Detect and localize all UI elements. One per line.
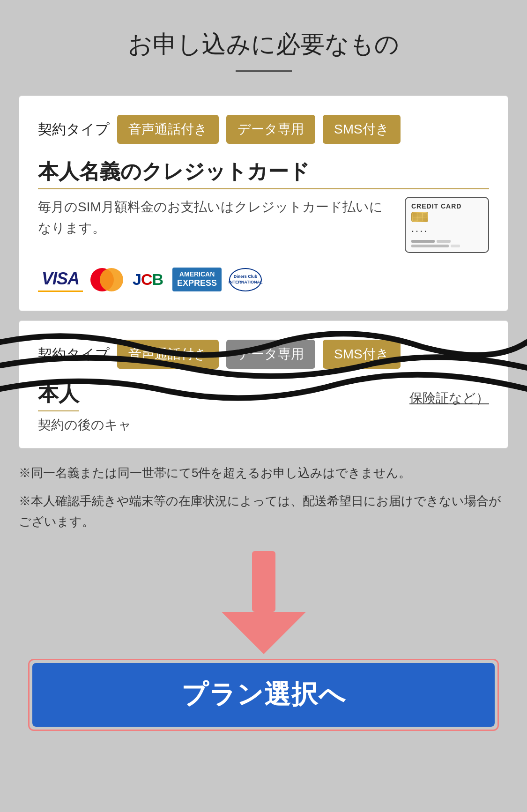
- visa-logo: VISA: [38, 267, 83, 292]
- title-divider: [236, 70, 292, 72]
- notes-section: ※同一名義または同一世帯にて5件を超えるお申し込みはできません。 ※本人確認手続…: [19, 462, 508, 532]
- note-1: ※同一名義または同一世帯にて5件を超えるお申し込みはできません。: [19, 462, 508, 483]
- card-section-1: 契約タイプ 音声通話付き データ専用 SMS付き 本人名義のクレジットカード 毎…: [19, 96, 508, 311]
- page-wrapper: お申し込みに必要なもの 契約タイプ 音声通話付き データ専用 SMS付き 本人名…: [0, 0, 527, 812]
- svg-marker-1: [222, 612, 306, 654]
- cc-label: CREDIT CARD: [411, 202, 482, 210]
- tag-voice-1[interactable]: 音声通話付き: [117, 115, 219, 144]
- section-title-row: 本人名義のクレジットカード: [38, 158, 489, 189]
- tag-sms-2[interactable]: SMS付き: [323, 340, 401, 369]
- section-heading-1: 本人名義のクレジットカード: [38, 158, 489, 189]
- payment-logos: VISA JCB AMERICAN EXPRESS Diners Club IN…: [38, 267, 489, 292]
- tag-data-1[interactable]: データ専用: [226, 115, 315, 144]
- note-2: ※本人確認手続きや端末等の在庫状況によっては、配送希望日にお届けできない場合がご…: [19, 491, 508, 532]
- mastercard-logo: [90, 268, 123, 291]
- tag-sms-1[interactable]: SMS付き: [323, 115, 401, 144]
- tag-data-2[interactable]: データ専用: [226, 340, 315, 369]
- amex-bottom: EXPRESS: [177, 278, 217, 289]
- diners-logo: Diners Club INTERNATIONAL: [229, 268, 262, 291]
- cc-dots: ····: [411, 225, 428, 237]
- mc-circle-orange: [100, 268, 123, 291]
- jcb-logo: JCB: [131, 268, 165, 291]
- cta-button[interactable]: プラン選択へ: [32, 663, 495, 727]
- contract-label-2: 契約タイプ: [38, 345, 110, 364]
- cc-chip: [411, 212, 428, 222]
- contract-type-row-2: 契約タイプ 音声通話付き データ専用 SMS付き: [38, 340, 489, 369]
- contract-label-1: 契約タイプ: [38, 120, 110, 139]
- contract-type-row-1: 契約タイプ 音声通話付き データ専用 SMS付き: [38, 115, 489, 144]
- svg-rect-0: [252, 551, 275, 612]
- arrow-container: [19, 551, 508, 654]
- arrow-svg: [217, 551, 311, 654]
- amex-logo: AMERICAN EXPRESS: [172, 268, 222, 291]
- card-section-2: 契約タイプ 音声通話付き データ専用 SMS付き 本人 保険証など） 契約の後の…: [19, 320, 508, 448]
- amex-top: AMERICAN: [177, 270, 217, 278]
- partial-right: 保険証など）: [409, 389, 489, 407]
- cta-button-wrapper: プラン選択へ: [28, 659, 499, 731]
- diners-text: Diners Club INTERNATIONAL: [229, 274, 263, 285]
- credit-card-icon: CREDIT CARD ····: [405, 197, 489, 253]
- partial-heading: 本人: [38, 380, 79, 411]
- partial-text-row: 本人 保険証など）: [38, 380, 489, 416]
- content-row: 毎月のSIM月額料金のお支払いはクレジットカード払いになります。 CREDIT …: [38, 197, 489, 253]
- partial-sub: 契約の後のキャ: [38, 416, 489, 434]
- cc-stripe-row: ····: [411, 225, 482, 237]
- page-title: お申し込みに必要なもの: [19, 28, 508, 61]
- description-text-1: 毎月のSIM月額料金のお支払いはクレジットカード払いになります。: [38, 197, 386, 239]
- tag-voice-2[interactable]: 音声通話付き: [117, 340, 219, 369]
